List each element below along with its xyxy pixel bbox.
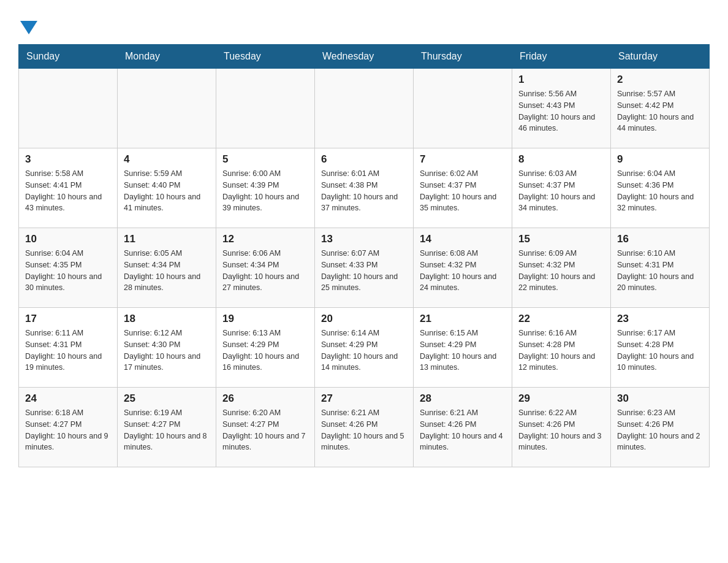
calendar-cell: 21Sunrise: 6:15 AM Sunset: 4:29 PM Dayli… [414,308,512,388]
day-number: 24 [25,393,111,405]
logo-triangle-icon [20,21,37,34]
calendar-cell: 25Sunrise: 6:19 AM Sunset: 4:27 PM Dayli… [118,388,216,467]
calendar-week-row: 10Sunrise: 6:04 AM Sunset: 4:35 PM Dayli… [19,228,710,308]
logo [18,18,37,32]
calendar-cell: 23Sunrise: 6:17 AM Sunset: 4:28 PM Dayli… [611,308,710,388]
calendar-week-row: 1Sunrise: 5:56 AM Sunset: 4:43 PM Daylig… [19,69,710,148]
calendar-cell: 28Sunrise: 6:21 AM Sunset: 4:26 PM Dayli… [414,388,512,467]
day-info: Sunrise: 6:22 AM Sunset: 4:26 PM Dayligh… [518,407,604,453]
day-info: Sunrise: 6:02 AM Sunset: 4:37 PM Dayligh… [420,168,506,214]
day-number: 28 [420,393,506,405]
weekday-header: Wednesday [315,45,414,69]
calendar-table: SundayMondayTuesdayWednesdayThursdayFrid… [18,44,710,467]
day-info: Sunrise: 6:19 AM Sunset: 4:27 PM Dayligh… [124,407,210,453]
day-number: 9 [617,153,703,166]
day-info: Sunrise: 6:17 AM Sunset: 4:28 PM Dayligh… [617,327,703,373]
calendar-cell: 24Sunrise: 6:18 AM Sunset: 4:27 PM Dayli… [19,388,118,467]
day-number: 7 [420,153,506,166]
weekday-header: Tuesday [216,45,315,69]
day-number: 26 [222,393,308,405]
calendar-cell: 27Sunrise: 6:21 AM Sunset: 4:26 PM Dayli… [315,388,414,467]
day-number: 10 [25,233,111,245]
calendar-cell: 8Sunrise: 6:03 AM Sunset: 4:37 PM Daylig… [512,148,611,228]
calendar-cell: 11Sunrise: 6:05 AM Sunset: 4:34 PM Dayli… [118,228,216,308]
day-number: 6 [321,153,407,166]
day-number: 23 [617,313,703,325]
calendar-week-row: 24Sunrise: 6:18 AM Sunset: 4:27 PM Dayli… [19,388,710,467]
calendar-header-row: SundayMondayTuesdayWednesdayThursdayFrid… [19,45,710,69]
calendar-cell [414,69,512,148]
calendar-cell [315,69,414,148]
day-number: 20 [321,313,407,325]
calendar-cell: 1Sunrise: 5:56 AM Sunset: 4:43 PM Daylig… [512,69,611,148]
day-info: Sunrise: 6:01 AM Sunset: 4:38 PM Dayligh… [321,168,407,214]
day-number: 22 [518,313,604,325]
calendar-week-row: 17Sunrise: 6:11 AM Sunset: 4:31 PM Dayli… [19,308,710,388]
calendar-cell: 14Sunrise: 6:08 AM Sunset: 4:32 PM Dayli… [414,228,512,308]
day-info: Sunrise: 6:04 AM Sunset: 4:36 PM Dayligh… [617,168,703,214]
calendar-cell: 12Sunrise: 6:06 AM Sunset: 4:34 PM Dayli… [216,228,315,308]
day-number: 5 [222,153,308,166]
calendar-cell: 3Sunrise: 5:58 AM Sunset: 4:41 PM Daylig… [19,148,118,228]
day-info: Sunrise: 6:10 AM Sunset: 4:31 PM Dayligh… [617,248,703,294]
day-number: 19 [222,313,308,325]
day-number: 2 [617,74,703,86]
day-info: Sunrise: 6:03 AM Sunset: 4:37 PM Dayligh… [518,168,604,214]
day-info: Sunrise: 6:00 AM Sunset: 4:39 PM Dayligh… [222,168,308,214]
day-number: 14 [420,233,506,245]
day-number: 16 [617,233,703,245]
weekday-header: Saturday [611,45,710,69]
calendar-cell: 6Sunrise: 6:01 AM Sunset: 4:38 PM Daylig… [315,148,414,228]
weekday-header: Friday [512,45,611,69]
day-info: Sunrise: 6:04 AM Sunset: 4:35 PM Dayligh… [25,248,111,294]
calendar-cell [19,69,118,148]
day-info: Sunrise: 6:15 AM Sunset: 4:29 PM Dayligh… [420,327,506,373]
day-info: Sunrise: 5:58 AM Sunset: 4:41 PM Dayligh… [25,168,111,214]
calendar-cell: 10Sunrise: 6:04 AM Sunset: 4:35 PM Dayli… [19,228,118,308]
day-number: 18 [124,313,210,325]
calendar-cell: 17Sunrise: 6:11 AM Sunset: 4:31 PM Dayli… [19,308,118,388]
day-number: 27 [321,393,407,405]
day-info: Sunrise: 5:56 AM Sunset: 4:43 PM Dayligh… [518,88,604,134]
day-info: Sunrise: 6:20 AM Sunset: 4:27 PM Dayligh… [222,407,308,453]
day-number: 17 [25,313,111,325]
calendar-cell: 19Sunrise: 6:13 AM Sunset: 4:29 PM Dayli… [216,308,315,388]
calendar-cell: 2Sunrise: 5:57 AM Sunset: 4:42 PM Daylig… [611,69,710,148]
day-number: 13 [321,233,407,245]
calendar-cell: 13Sunrise: 6:07 AM Sunset: 4:33 PM Dayli… [315,228,414,308]
day-info: Sunrise: 6:05 AM Sunset: 4:34 PM Dayligh… [124,248,210,294]
calendar-cell: 30Sunrise: 6:23 AM Sunset: 4:26 PM Dayli… [611,388,710,467]
page-header [18,18,710,32]
day-info: Sunrise: 6:06 AM Sunset: 4:34 PM Dayligh… [222,248,308,294]
day-info: Sunrise: 6:21 AM Sunset: 4:26 PM Dayligh… [321,407,407,453]
calendar-cell: 26Sunrise: 6:20 AM Sunset: 4:27 PM Dayli… [216,388,315,467]
day-info: Sunrise: 6:07 AM Sunset: 4:33 PM Dayligh… [321,248,407,294]
day-info: Sunrise: 5:59 AM Sunset: 4:40 PM Dayligh… [124,168,210,214]
calendar-cell: 7Sunrise: 6:02 AM Sunset: 4:37 PM Daylig… [414,148,512,228]
day-info: Sunrise: 6:12 AM Sunset: 4:30 PM Dayligh… [124,327,210,373]
weekday-header: Monday [118,45,216,69]
day-number: 1 [518,74,604,86]
calendar-cell: 18Sunrise: 6:12 AM Sunset: 4:30 PM Dayli… [118,308,216,388]
calendar-cell: 15Sunrise: 6:09 AM Sunset: 4:32 PM Dayli… [512,228,611,308]
day-number: 29 [518,393,604,405]
day-info: Sunrise: 6:18 AM Sunset: 4:27 PM Dayligh… [25,407,111,453]
day-number: 21 [420,313,506,325]
day-number: 25 [124,393,210,405]
calendar-week-row: 3Sunrise: 5:58 AM Sunset: 4:41 PM Daylig… [19,148,710,228]
calendar-cell: 22Sunrise: 6:16 AM Sunset: 4:28 PM Dayli… [512,308,611,388]
calendar-cell: 16Sunrise: 6:10 AM Sunset: 4:31 PM Dayli… [611,228,710,308]
calendar-cell: 4Sunrise: 5:59 AM Sunset: 4:40 PM Daylig… [118,148,216,228]
day-info: Sunrise: 5:57 AM Sunset: 4:42 PM Dayligh… [617,88,703,134]
day-number: 15 [518,233,604,245]
day-info: Sunrise: 6:14 AM Sunset: 4:29 PM Dayligh… [321,327,407,373]
day-number: 3 [25,153,111,166]
day-number: 12 [222,233,308,245]
weekday-header: Thursday [414,45,512,69]
day-number: 4 [124,153,210,166]
calendar-cell: 29Sunrise: 6:22 AM Sunset: 4:26 PM Dayli… [512,388,611,467]
day-info: Sunrise: 6:08 AM Sunset: 4:32 PM Dayligh… [420,248,506,294]
calendar-cell: 9Sunrise: 6:04 AM Sunset: 4:36 PM Daylig… [611,148,710,228]
day-number: 30 [617,393,703,405]
calendar-cell [118,69,216,148]
